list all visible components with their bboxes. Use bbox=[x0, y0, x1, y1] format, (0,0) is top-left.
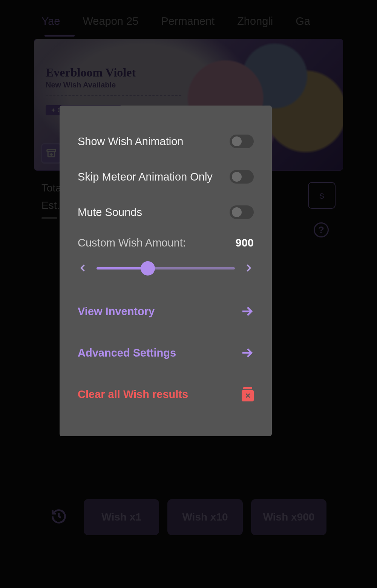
setting-skip-meteor-label: Skip Meteor Animation Only bbox=[78, 171, 213, 183]
chevron-right-icon bbox=[243, 263, 254, 273]
arrow-right-icon bbox=[240, 346, 254, 360]
amount-slider-row bbox=[78, 260, 254, 276]
clear-results-link[interactable]: Clear all Wish results ✕ bbox=[78, 374, 254, 415]
amount-increment[interactable] bbox=[243, 263, 254, 273]
slider-thumb[interactable] bbox=[141, 261, 155, 276]
arrow-right-icon bbox=[240, 305, 254, 318]
setting-mute-sounds-label: Mute Sounds bbox=[78, 206, 142, 219]
slider-fill bbox=[97, 267, 148, 270]
custom-amount-value: 900 bbox=[236, 237, 254, 249]
trash-icon: ✕ bbox=[242, 387, 254, 401]
view-inventory-link[interactable]: View Inventory bbox=[78, 291, 254, 332]
amount-decrement[interactable] bbox=[78, 263, 88, 273]
view-inventory-label: View Inventory bbox=[78, 305, 155, 318]
toggle-skip-meteor[interactable] bbox=[230, 170, 254, 184]
advanced-settings-link[interactable]: Advanced Settings bbox=[78, 332, 254, 374]
advanced-settings-label: Advanced Settings bbox=[78, 347, 176, 359]
settings-modal: Show Wish Animation Skip Meteor Animatio… bbox=[60, 106, 272, 436]
setting-show-animation: Show Wish Animation bbox=[78, 124, 254, 159]
custom-amount-label: Custom Wish Amount: bbox=[78, 237, 186, 249]
toggle-mute-sounds[interactable] bbox=[230, 205, 254, 219]
amount-slider[interactable] bbox=[97, 260, 235, 276]
custom-amount-row: Custom Wish Amount: 900 bbox=[78, 237, 254, 249]
clear-results-label: Clear all Wish results bbox=[78, 388, 188, 401]
setting-show-animation-label: Show Wish Animation bbox=[78, 135, 183, 148]
chevron-left-icon bbox=[78, 263, 88, 273]
toggle-show-animation[interactable] bbox=[230, 135, 254, 148]
setting-mute-sounds: Mute Sounds bbox=[78, 194, 254, 230]
setting-skip-meteor: Skip Meteor Animation Only bbox=[78, 159, 254, 194]
